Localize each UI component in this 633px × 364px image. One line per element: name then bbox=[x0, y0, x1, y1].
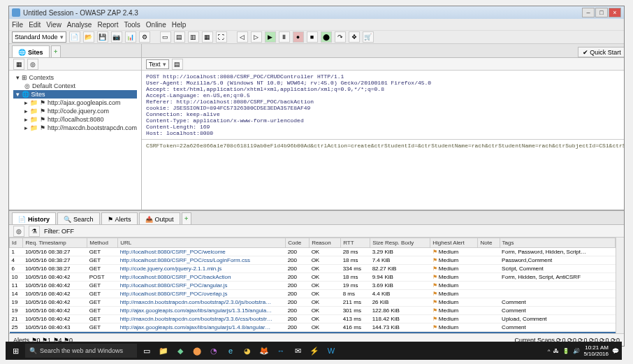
request-headers[interactable]: POST http://localhost:8080/CSRF_POC/CRUD… bbox=[142, 71, 624, 140]
tree-site-ajax[interactable]: ▸ 📁 ⚑ http://ajax.googleapis.com bbox=[13, 99, 137, 107]
app-icon-2[interactable]: ⬤ bbox=[190, 344, 204, 358]
layout-1-button[interactable]: ▭ bbox=[160, 31, 171, 43]
task-view-icon[interactable]: ▭ bbox=[140, 344, 154, 358]
table-row[interactable]: 2510/05/16 08:40:43GEThttp://ajax.google… bbox=[10, 323, 616, 332]
tab-sites[interactable]: 🌐 Sites bbox=[12, 45, 50, 57]
addons-button[interactable]: ❖ bbox=[349, 31, 360, 43]
tree-site-maxcdn[interactable]: ▸ 📁 ⚑ http://maxcdn.bootstrapcdn.com bbox=[13, 124, 137, 132]
col-timestamp[interactable]: Req. Timestamp bbox=[23, 238, 87, 248]
report-button[interactable]: 📊 bbox=[125, 31, 136, 43]
pause-button[interactable]: ⏸ bbox=[279, 31, 290, 43]
save-button[interactable]: 💾 bbox=[97, 31, 108, 43]
step-button[interactable]: ↷ bbox=[335, 31, 346, 43]
menu-analyse[interactable]: Analyse bbox=[67, 21, 92, 29]
tab-output[interactable]: 📤 Output bbox=[139, 212, 180, 224]
menu-file[interactable]: File bbox=[12, 21, 23, 29]
layout-3-button[interactable]: ▥ bbox=[188, 31, 199, 43]
col-rtt[interactable]: RTT bbox=[341, 238, 370, 248]
table-row[interactable]: 1910/05/16 08:40:42GEThttp://maxcdn.boot… bbox=[10, 298, 616, 307]
request-body[interactable]: CSRFToken=22a626e866a1e708c618119ab0eF1d… bbox=[142, 140, 624, 210]
record-button[interactable]: ● bbox=[293, 31, 304, 43]
menu-edit[interactable]: Edit bbox=[29, 21, 41, 29]
col-alert[interactable]: Highest Alert bbox=[430, 238, 478, 248]
tree-sites[interactable]: ▾ 🌐 Sites bbox=[13, 90, 137, 99]
taskbar-search[interactable]: 🔍 Search the web and Windows bbox=[25, 344, 137, 358]
tray-battery-icon[interactable]: 🔋 bbox=[562, 348, 569, 354]
filter-scope-button[interactable]: ◎ bbox=[13, 226, 24, 237]
open-button[interactable]: 📂 bbox=[83, 31, 94, 43]
maximize-button[interactable]: □ bbox=[595, 8, 608, 17]
marketplace-button[interactable]: 🛒 bbox=[363, 31, 374, 43]
filter-button[interactable]: ⚗ bbox=[29, 226, 40, 237]
filter-row: ◎ ⚗ Filter: OFF bbox=[9, 225, 624, 238]
view-select[interactable]: Text▾ bbox=[146, 59, 169, 69]
col-method[interactable]: Method bbox=[87, 238, 118, 248]
tree-site-localhost[interactable]: ▸ 📁 ⚑ http://localhost:8080 bbox=[13, 115, 137, 124]
tab-history[interactable]: 📄 History bbox=[12, 212, 56, 224]
left-tabs: 🌐 Sites + bbox=[9, 44, 141, 58]
word-icon[interactable]: W bbox=[324, 344, 338, 358]
table-row[interactable]: 610/05/16 08:38:27GEThttp://code.jquery.… bbox=[10, 265, 616, 273]
col-url[interactable]: URL bbox=[118, 238, 286, 248]
tree-site-jquery[interactable]: ▸ 📁 ⚑ http://code.jquery.com bbox=[13, 107, 137, 115]
menu-online[interactable]: Online bbox=[146, 21, 166, 29]
tray-volume-icon[interactable]: 🔊 bbox=[573, 348, 580, 354]
menu-view[interactable]: View bbox=[46, 21, 61, 29]
eclipse-icon[interactable]: ◔ bbox=[207, 344, 221, 358]
col-id[interactable]: Id bbox=[10, 238, 23, 248]
chrome-icon[interactable]: ◕ bbox=[240, 344, 254, 358]
firefox-icon[interactable]: 🦊 bbox=[257, 344, 271, 358]
tray-chevron-icon[interactable]: ^ bbox=[548, 348, 551, 354]
layout-4-button[interactable]: ▦ bbox=[202, 31, 213, 43]
col-tags[interactable]: Tags bbox=[500, 238, 615, 248]
app-icon-1[interactable]: ◆ bbox=[173, 344, 187, 358]
taskbar-clock[interactable]: 10:21 AM 5/10/2016 bbox=[583, 344, 609, 357]
table-row[interactable]: 410/05/16 08:38:27GEThttp://localhost:80… bbox=[10, 256, 616, 265]
tree-default-context[interactable]: ◎ Default Context bbox=[13, 82, 137, 90]
layout-2-button[interactable]: ▤ bbox=[174, 31, 185, 43]
table-scrollbar[interactable] bbox=[616, 238, 624, 333]
col-size[interactable]: Size Resp. Body bbox=[370, 238, 430, 248]
col-reason[interactable]: Reason bbox=[310, 238, 341, 248]
notifications-icon[interactable]: 💬 bbox=[612, 348, 619, 354]
sites-scope-button[interactable]: ◎ bbox=[27, 59, 38, 70]
break-button[interactable]: ⬤ bbox=[321, 31, 332, 43]
explorer-icon[interactable]: 📁 bbox=[157, 344, 170, 358]
menu-help[interactable]: Help bbox=[172, 21, 187, 29]
table-row[interactable]: 110/05/16 08:38:27GEThttp://localhost:80… bbox=[10, 248, 616, 256]
expand-button[interactable]: ⛶ bbox=[216, 31, 227, 43]
snapshot-button[interactable]: 📷 bbox=[111, 31, 122, 43]
minimize-button[interactable]: – bbox=[582, 8, 595, 17]
table-row[interactable]: 1910/05/16 08:40:42GEThttp://ajax.google… bbox=[10, 307, 616, 315]
tab-search[interactable]: 🔍 Search bbox=[57, 212, 100, 224]
col-note[interactable]: Note bbox=[478, 238, 500, 248]
teamviewer-icon[interactable]: ↔ bbox=[274, 344, 288, 358]
tray-network-icon[interactable]: 🖧 bbox=[553, 348, 559, 354]
close-button[interactable]: × bbox=[609, 8, 621, 17]
req-opt-button[interactable]: ▤ bbox=[172, 59, 183, 70]
forward-button[interactable]: ▷ bbox=[251, 31, 262, 43]
table-row[interactable]: 1010/05/16 08:40:42POSThttp://localhost:… bbox=[10, 273, 616, 282]
menu-report[interactable]: Report bbox=[97, 21, 118, 29]
col-code[interactable]: Code bbox=[286, 238, 310, 248]
back-button[interactable]: ◁ bbox=[237, 31, 248, 43]
zap-taskbar-icon[interactable]: ⚡ bbox=[307, 344, 321, 358]
sites-filter-button[interactable]: ▦ bbox=[13, 59, 24, 70]
table-row[interactable]: 1110/05/16 08:40:42GEThttp://localhost:8… bbox=[10, 282, 616, 290]
tab-alerts[interactable]: ⚑ Alerts bbox=[101, 212, 138, 224]
tab-quick-start[interactable]: ✔ Quick Start bbox=[578, 47, 624, 57]
edge-icon[interactable]: e bbox=[224, 344, 238, 358]
table-row[interactable]: 2110/05/16 08:40:42GEThttp://maxcdn.boot… bbox=[10, 315, 616, 323]
tree-contexts[interactable]: ▾ ⊞ Contexts bbox=[13, 73, 137, 82]
stop-button[interactable]: ■ bbox=[307, 31, 318, 43]
menu-tools[interactable]: Tools bbox=[124, 21, 140, 29]
tab-add-bottom[interactable]: + bbox=[182, 212, 191, 224]
table-row[interactable]: 1410/05/16 08:40:42GEThttp://localhost:8… bbox=[10, 290, 616, 298]
new-session-button[interactable]: 📄 bbox=[69, 31, 80, 43]
tab-add[interactable]: + bbox=[51, 45, 61, 57]
mail-icon[interactable]: ✉ bbox=[291, 344, 305, 358]
mode-selector[interactable]: Standard Mode▾ bbox=[12, 31, 66, 43]
options-button[interactable]: ⚙ bbox=[139, 31, 150, 43]
play-button[interactable]: ▶ bbox=[265, 31, 276, 43]
start-button[interactable]: ⊞ bbox=[8, 344, 22, 358]
